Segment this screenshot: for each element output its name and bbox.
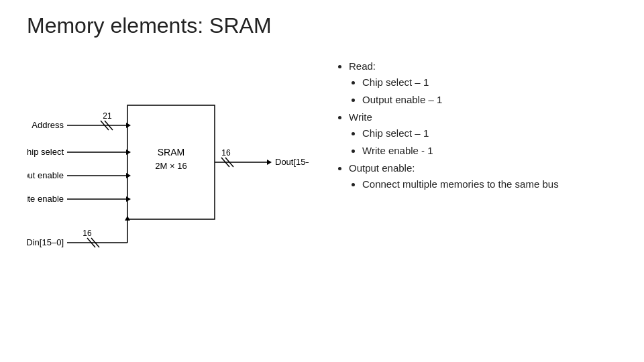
svg-text:16: 16 [221,148,231,158]
page-title: Memory elements: SRAM [27,13,617,38]
sram-label: SRAM [158,147,184,158]
bullet-output-enable: Output enable: Connect multiple memories… [349,160,617,192]
bullet-list: Read: Chip select – 1 Output enable – 1 … [335,52,617,194]
svg-marker-24 [125,216,130,221]
svg-marker-11 [126,173,131,178]
bullet-read-cs: Chip select – 1 [362,74,617,90]
bullet-write-we: Write enable - 1 [362,143,617,159]
svg-text:Address: Address [32,120,64,130]
svg-text:21: 21 [103,111,112,121]
svg-text:16: 16 [83,229,92,238]
sram-size: 2M × 16 [155,161,186,171]
bullet-read-oe: Output enable – 1 [362,92,617,108]
bullet-read: Read: Chip select – 1 Output enable – 1 [349,58,617,108]
svg-text:Din[15–0]: Din[15–0] [27,237,64,247]
content-area: SRAM 2M × 16 21 Address Chip select [27,52,617,276]
svg-marker-8 [126,149,131,155]
svg-marker-19 [267,160,272,165]
svg-text:Write enable: Write enable [27,194,64,204]
svg-marker-14 [126,196,131,202]
sram-diagram: SRAM 2M × 16 21 Address Chip select [27,52,309,276]
bullet-oe-connect: Connect multiple memories to the same bu… [362,176,617,192]
svg-text:Dout[15–0]: Dout[15–0] [275,157,309,167]
svg-text:Output enable: Output enable [27,170,64,180]
bullet-write-cs: Chip select – 1 [362,125,617,141]
bullet-write: Write Chip select – 1 Write enable - 1 [349,109,617,159]
svg-text:Chip select: Chip select [27,147,64,157]
svg-marker-4 [126,123,131,128]
slide: Memory elements: SRAM SRAM 2M × 16 21 [0,0,644,362]
